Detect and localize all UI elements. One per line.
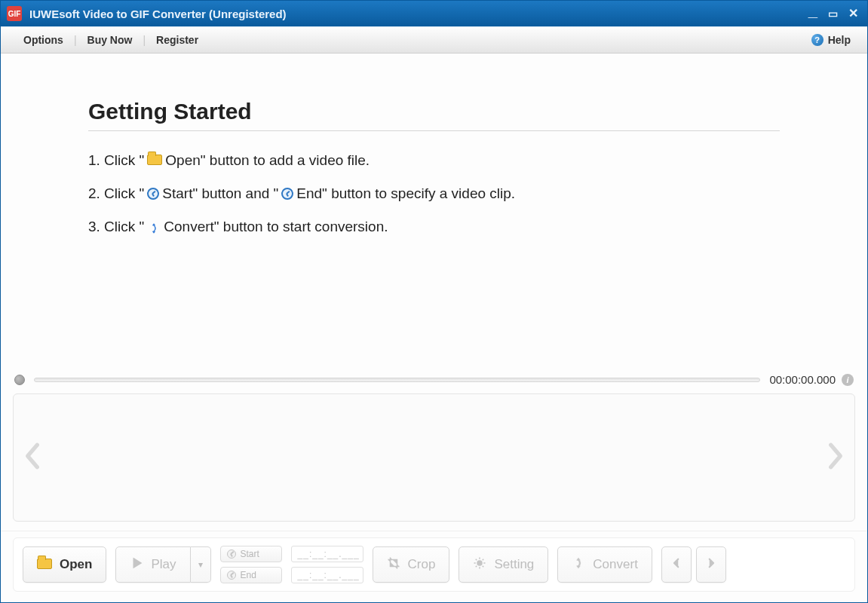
menu-help[interactable]: ? Help (807, 34, 855, 46)
seek-track[interactable] (34, 378, 760, 382)
crop-icon (387, 556, 400, 574)
start-end-buttons: Start End (220, 546, 282, 583)
step-2: 2. Click " Start" button and " End" butt… (88, 185, 780, 202)
getting-started-panel: Getting Started 1. Click " Open" button … (13, 69, 855, 369)
open-button[interactable]: Open (23, 546, 106, 583)
convert-label: Convert (593, 557, 638, 572)
start-label: Start (241, 549, 259, 559)
step-3-text-b: Convert" button to start conversion. (164, 219, 388, 235)
strip-prev-button[interactable] (23, 442, 42, 473)
menu-help-label: Help (828, 34, 851, 46)
clock-end-icon (281, 188, 293, 200)
chevron-right-icon (704, 556, 718, 574)
app-icon: GIF (7, 6, 22, 21)
convert-button[interactable]: Convert (557, 546, 652, 583)
crop-label: Crop (408, 557, 436, 572)
play-button-group: Play ▾ (115, 546, 210, 583)
time-fields: __:__:__.___ __:__:__.___ (291, 546, 363, 583)
svg-point-0 (477, 561, 482, 565)
titlebar: GIF IUWEsoft Video to GIF Converter (Unr… (1, 1, 867, 26)
menubar: Options | Buy Now | Register ? Help (1, 26, 867, 54)
step-2-text-c: End" button to specify a video clip. (296, 185, 515, 202)
play-icon (130, 556, 143, 574)
play-dropdown-button[interactable]: ▾ (191, 546, 211, 583)
time-display: 00:00:00.000 (769, 373, 836, 386)
chevron-down-icon: ▾ (198, 559, 203, 570)
setting-button[interactable]: Setting (459, 546, 548, 583)
clock-start-icon (147, 188, 159, 200)
step-1: 1. Click " Open" button to add a video f… (88, 152, 780, 169)
frame-nav-group (661, 546, 726, 583)
seek-thumb[interactable] (14, 375, 25, 385)
help-icon: ? (811, 34, 824, 46)
timeline: 00:00:00.000 i (13, 369, 855, 393)
end-time-field[interactable]: __:__:__.___ (291, 567, 363, 583)
prev-frame-button[interactable] (661, 546, 692, 583)
folder-icon (37, 559, 52, 569)
gear-icon (473, 556, 486, 574)
bottom-toolbar: Open Play ▾ Start (1, 531, 867, 602)
step-1-text-a: 1. Click " (88, 152, 144, 169)
crop-button[interactable]: Crop (373, 546, 450, 583)
strip-next-button[interactable] (826, 442, 845, 473)
content-area: Getting Started 1. Click " Open" button … (1, 54, 867, 531)
minimize-button[interactable]: _ (808, 2, 817, 19)
end-label: End (241, 570, 256, 580)
end-button[interactable]: End (220, 567, 282, 583)
maximize-button[interactable]: ▭ (828, 8, 838, 19)
step-2-text-a: 2. Click " (88, 185, 144, 202)
play-label: Play (151, 557, 176, 572)
next-frame-button[interactable] (696, 546, 726, 583)
start-time-field[interactable]: __:__:__.___ (291, 546, 363, 562)
info-icon[interactable]: i (842, 374, 854, 386)
convert-icon (147, 222, 161, 235)
chevron-left-icon (670, 556, 683, 574)
app-window: GIF IUWEsoft Video to GIF Converter (Unr… (0, 0, 868, 603)
window-title: IUWEsoft Video to GIF Converter (Unregis… (29, 8, 287, 20)
step-3-text-a: 3. Click " (88, 219, 144, 235)
divider (88, 130, 780, 131)
window-controls: _ ▭ ✕ (808, 5, 861, 22)
preview-strip (13, 393, 855, 522)
step-2-text-b: Start" button and " (162, 185, 278, 202)
step-1-text-b: Open" button to add a video file. (165, 152, 370, 169)
folder-icon (147, 155, 162, 165)
start-button[interactable]: Start (220, 546, 282, 562)
clock-end-icon (227, 571, 236, 580)
menu-buy-now[interactable]: Buy Now (77, 34, 143, 46)
setting-label: Setting (494, 557, 534, 572)
play-button[interactable]: Play (115, 546, 190, 583)
getting-started-heading: Getting Started (88, 99, 780, 124)
close-button[interactable]: ✕ (848, 8, 858, 20)
step-3: 3. Click " Convert" button to start conv… (88, 219, 780, 235)
menu-register[interactable]: Register (146, 34, 209, 46)
menu-options[interactable]: Options (13, 34, 74, 46)
convert-icon (572, 556, 585, 574)
toolbar-inner: Open Play ▾ Start (13, 537, 855, 592)
open-label: Open (60, 557, 92, 572)
clock-start-icon (227, 549, 236, 559)
